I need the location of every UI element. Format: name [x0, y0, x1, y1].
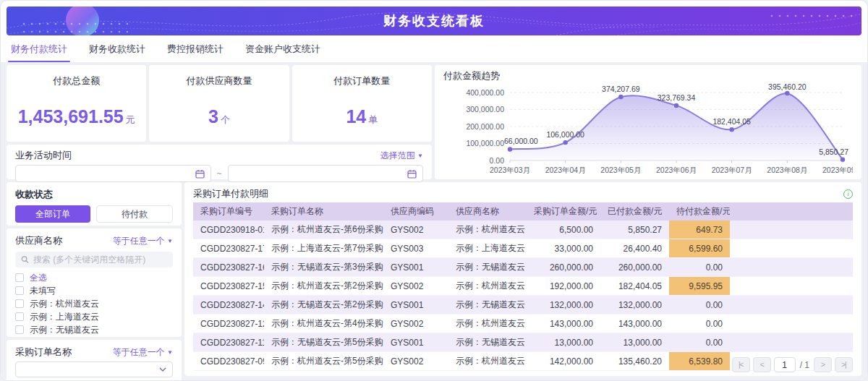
paid-amount-cell: 5,850.27	[600, 221, 669, 239]
supplier-option-hangzhou[interactable]: 示例：杭州道友云	[15, 297, 173, 310]
supplier-op-link[interactable]: 等于任意一个 ▼	[113, 235, 173, 247]
content-area: 付款总金额 1,453,691.55元 付款供应商数量 3个 付款订单数量 14…	[1, 63, 867, 381]
end-date-input[interactable]	[228, 165, 424, 182]
order-no-cell: CGDD230827-14	[193, 296, 264, 314]
caret-down-icon: ▼	[417, 153, 423, 159]
svg-text:100,000.00: 100,000.00	[466, 139, 504, 147]
table-row[interactable]: CGDD230827-16示例：无锡道友云-第3份采购订单GYS001示例：无锡…	[193, 258, 853, 277]
col-supplier-name: 供应商名称	[448, 202, 527, 221]
supplier-option-empty[interactable]: 未填写	[15, 284, 173, 297]
filler-cell	[730, 333, 853, 352]
payment-status-title: 收款状态	[15, 188, 173, 201]
svg-text:106,000.00: 106,000.00	[546, 130, 584, 139]
calendar-icon	[195, 169, 205, 179]
checkbox[interactable]	[15, 312, 24, 321]
svg-text:2023年06月: 2023年06月	[656, 166, 697, 174]
supplier-name-cell: 示例：无锡道友云	[448, 258, 527, 277]
date-separator: ~	[217, 168, 222, 179]
supplier-option-select-all[interactable]: 全选	[15, 271, 173, 284]
unpaid-amount-cell: 6,539.80	[669, 352, 730, 371]
table-row[interactable]: CGDD230827-11示例：无锡道友云-第5份采购订单GYS001示例：无锡…	[193, 333, 853, 352]
svg-text:2023年03月: 2023年03月	[490, 166, 530, 174]
svg-text:395,460.20: 395,460.20	[768, 82, 807, 91]
svg-text:66,000.00: 66,000.00	[504, 137, 538, 145]
col-order-no: 采购订单编号	[193, 202, 264, 221]
tab-bar: 财务付款统计 财务收款统计 费控报销统计 资金账户收支统计	[1, 35, 867, 63]
supplier-code-cell: GYS002	[383, 314, 448, 333]
calendar-icon	[407, 169, 417, 179]
order-name-cell: 示例：无锡道友云-第5份采购订单	[264, 333, 383, 352]
checkbox[interactable]	[15, 325, 24, 334]
tab-account-inout[interactable]: 资金账户收支统计	[245, 35, 320, 62]
chart-title: 付款金额趋势	[443, 69, 853, 82]
pending-payment-button[interactable]: 待付款	[96, 205, 173, 223]
supplier-name-cell: 示例：杭州道友云	[448, 352, 527, 371]
unpaid-amount-cell: 0.00	[669, 296, 730, 314]
svg-text:182,404.05: 182,404.05	[712, 117, 751, 126]
order-amount-cell: 132,000.00	[527, 296, 600, 314]
supplier-filter-title: 供应商名称	[15, 234, 62, 247]
order-no-cell: CGDD230827-16	[193, 258, 264, 277]
kpi-label: 付款供应商数量	[149, 74, 289, 87]
svg-text:5,850.27: 5,850.27	[819, 147, 848, 156]
table-row[interactable]: CGDD230918-01示例：杭州道友云-第6份采购订单GYS002示例：杭州…	[193, 221, 853, 239]
order-no-cell: CGDD230827-11	[193, 333, 264, 352]
last-page-button[interactable]: >|	[835, 357, 853, 372]
supplier-code-cell: GYS001	[383, 296, 448, 314]
col-order-amount: 采购订单金额/元	[527, 202, 600, 221]
page-number-input[interactable]	[774, 357, 796, 372]
kpi-unit: 个	[221, 114, 230, 125]
order-table-body: CGDD230918-01示例：杭州道友云-第6份采购订单GYS002示例：杭州…	[193, 221, 853, 371]
supplier-name-cell: 示例：杭州道友云	[448, 277, 527, 296]
checkbox[interactable]	[15, 286, 24, 295]
tab-expense-reimburse[interactable]: 费控报销统计	[167, 35, 224, 62]
prev-page-button[interactable]: <	[753, 357, 771, 372]
table-row[interactable]: CGDD230827-14示例：无锡道友云-第2份采购订单GYS001示例：无锡…	[193, 296, 853, 314]
unpaid-amount-cell: 9,595.95	[669, 277, 730, 296]
kpi-label: 付款订单数量	[292, 74, 432, 87]
all-orders-button[interactable]: 全部订单	[15, 205, 90, 223]
table-row[interactable]: CGDD230827-15示例：杭州道友云-第2份采购订单GYS002示例：杭州…	[193, 277, 853, 296]
supplier-search-box[interactable]	[15, 252, 173, 267]
order-name-select[interactable]	[15, 361, 173, 377]
table-row[interactable]: CGDD230827-17示例：上海道友云-第7份采购订单GYS003示例：上海…	[193, 239, 853, 258]
date-filter-label: 业务活动时间	[15, 149, 72, 162]
supplier-option-shanghai[interactable]: 示例：上海道友云	[15, 310, 173, 323]
col-supplier-code: 供应商编码	[383, 202, 448, 221]
order-no-cell: CGDD230827-15	[193, 277, 264, 296]
kpi-label: 付款总金额	[7, 74, 146, 87]
order-name-cell: 示例：杭州道友云-第6份采购订单	[264, 221, 383, 239]
next-page-button[interactable]: >	[814, 357, 832, 372]
unpaid-amount-cell: 649.73	[669, 221, 730, 239]
checkbox[interactable]	[15, 273, 24, 282]
supplier-code-cell: GYS003	[383, 239, 448, 258]
start-date-input[interactable]	[15, 165, 211, 182]
col-unpaid-amount: 待付款金额/元	[669, 202, 730, 221]
unpaid-amount-cell: 6,599.60	[669, 239, 730, 258]
supplier-options-list: 全选 未填写 示例：杭州道友云 示例：上海道友云	[15, 271, 173, 336]
payment-status-panel: 收款状态 全部订单 待付款	[7, 182, 182, 226]
select-range-link[interactable]: 选择范围 ▼	[380, 150, 423, 162]
table-row[interactable]: CGDD230827-12示例：杭州道友云-第4份采购订单GYS002示例：杭州…	[193, 314, 853, 333]
tab-finance-payment[interactable]: 财务付款统计	[11, 35, 67, 62]
supplier-option-wuxi[interactable]: 示例：无锡道友云	[15, 323, 173, 336]
supplier-name-cell: 示例：上海道友云	[448, 239, 527, 258]
order-name-op-link[interactable]: 等于任意一个 ▼	[113, 346, 173, 359]
info-icon[interactable]: i	[843, 189, 853, 199]
order-payment-table: 采购订单编号 采购订单名称 供应商编码 供应商名称 采购订单金额/元 已付款金额…	[193, 202, 853, 371]
supplier-search-input[interactable]	[33, 254, 167, 265]
kpi-unit: 元	[126, 114, 135, 125]
order-no-cell: CGDD230918-01	[193, 221, 264, 239]
svg-text:2023年09月: 2023年09月	[822, 166, 853, 174]
order-amount-cell: 33,000.00	[527, 239, 600, 258]
checkbox[interactable]	[15, 299, 24, 308]
caret-down-icon: ▼	[167, 349, 173, 356]
tab-finance-receipt[interactable]: 财务收款统计	[89, 35, 145, 62]
supplier-name-cell: 示例：无锡道友云	[448, 333, 527, 352]
order-name-cell: 示例：上海道友云-第7份采购订单	[264, 239, 383, 258]
svg-text:2023年04月: 2023年04月	[545, 166, 586, 174]
first-page-button[interactable]: |<	[732, 357, 750, 372]
filler-cell	[730, 296, 853, 314]
kpi-card-order-count: 付款订单数量 14单	[292, 65, 432, 142]
order-no-cell: CGDD230827-17	[193, 239, 264, 258]
